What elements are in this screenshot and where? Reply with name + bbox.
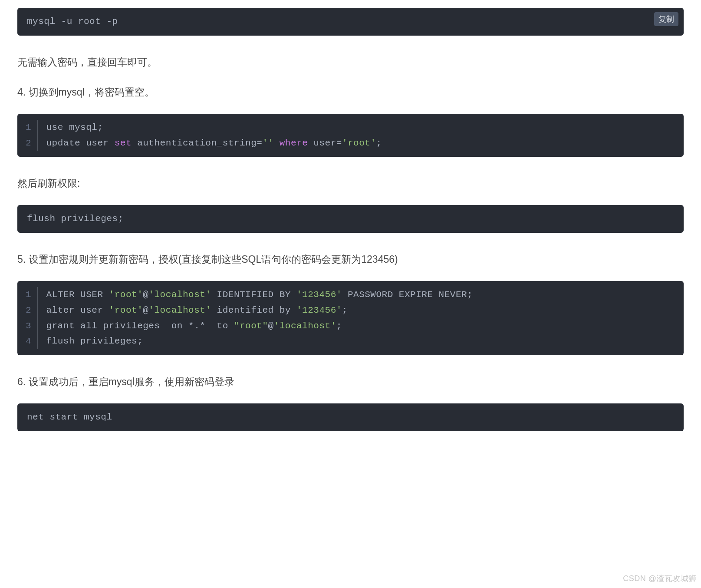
line-number: 4 <box>17 334 37 349</box>
step-4-heading: 4. 切换到mysql，将密码置空。 <box>17 84 684 101</box>
code-line: ALTER USER 'root'@'localhost' IDENTIFIED… <box>37 287 674 303</box>
line-number: 2 <box>17 135 37 151</box>
code-line: alter user 'root'@'localhost' identified… <box>37 303 674 318</box>
step-6-heading: 6. 设置成功后，重启mysql服务，使用新密码登录 <box>17 373 684 390</box>
code-block-4: 1 ALTER USER 'root'@'localhost' IDENTIFI… <box>17 281 684 355</box>
code-block-3: flush privileges; <box>17 205 684 233</box>
code-line: net start mysql <box>27 410 674 425</box>
code-row: 1 ALTER USER 'root'@'localhost' IDENTIFI… <box>17 287 674 303</box>
line-number: 3 <box>17 318 37 334</box>
code-line: mysql -u root -p <box>27 14 674 30</box>
code-line: grant all privileges on *.* to "root"@'l… <box>37 318 674 334</box>
code-line: flush privileges; <box>27 211 674 227</box>
paragraph: 无需输入密码，直接回车即可。 <box>17 54 684 71</box>
code-line: update user set authentication_string=''… <box>37 135 674 151</box>
paragraph: 然后刷新权限: <box>17 175 684 192</box>
code-line: flush privileges; <box>37 334 674 349</box>
code-line: use mysql; <box>37 120 674 135</box>
code-row: 4 flush privileges; <box>17 334 674 349</box>
code-row: 1 use mysql; <box>17 120 674 135</box>
step-5-heading: 5. 设置加密规则并更新新密码，授权(直接复制这些SQL语句你的密码会更新为12… <box>17 251 684 268</box>
code-row: 2 alter user 'root'@'localhost' identifi… <box>17 303 674 318</box>
line-number: 2 <box>17 303 37 318</box>
line-number: 1 <box>17 120 37 135</box>
copy-button[interactable]: 复制 <box>654 12 678 26</box>
code-row: 3 grant all privileges on *.* to "root"@… <box>17 318 674 334</box>
code-row: 2 update user set authentication_string=… <box>17 135 674 151</box>
article-body: 复制 mysql -u root -p 无需输入密码，直接回车即可。 4. 切换… <box>0 8 701 431</box>
code-block-1: 复制 mysql -u root -p <box>17 8 684 36</box>
line-number: 1 <box>17 287 37 303</box>
code-block-2: 1 use mysql; 2 update user set authentic… <box>17 114 684 157</box>
code-block-5: net start mysql <box>17 403 684 431</box>
